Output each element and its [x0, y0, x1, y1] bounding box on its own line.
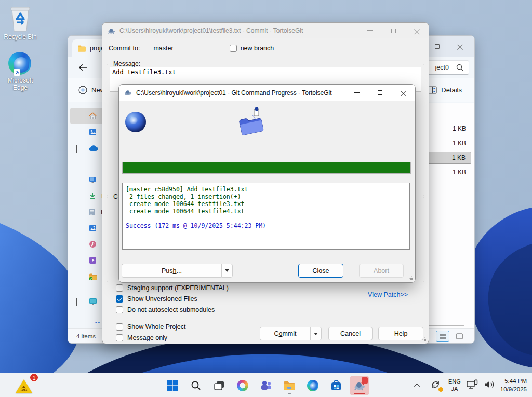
tortoisegit-taskbar-button[interactable] — [350, 376, 369, 395]
commit-dropdown-button[interactable] — [310, 327, 322, 340]
chevron-right-icon[interactable] — [76, 145, 77, 152]
progress-bar — [122, 162, 411, 174]
commit-dialog-titlebar[interactable]: C:\Users\hiroyuki\work\project01\testfil… — [102, 23, 429, 38]
language-secondary: JA — [448, 386, 461, 393]
tortoisegit-icon — [108, 28, 115, 34]
document-icon — [89, 208, 96, 216]
start-button[interactable] — [163, 376, 182, 395]
taskbar: 1 — [0, 373, 532, 397]
branch-name: master — [153, 45, 173, 52]
taskbar-clock[interactable]: 5:44 PM 10/9/2025 — [500, 377, 529, 393]
commit-resize-grip[interactable] — [420, 335, 425, 340]
file-explorer-button[interactable] — [280, 376, 299, 395]
console-line: create mode 100644 testfile3.txt — [126, 200, 406, 208]
teams-icon — [260, 380, 272, 391]
copilot-icon — [237, 380, 248, 391]
push-dropdown-button[interactable] — [221, 264, 233, 278]
this-pc-icon — [89, 298, 97, 305]
help-button[interactable]: Help — [378, 327, 423, 340]
volume-icon — [484, 380, 495, 389]
desktop-monitor-icon — [89, 176, 97, 184]
view-patch-link[interactable]: View Patch>> — [368, 291, 408, 298]
list-view-button[interactable] — [436, 331, 449, 342]
progress-dialog-titlebar[interactable]: C:\Users\hiroyuki\work\project01 - Git C… — [119, 85, 415, 101]
content-view-button[interactable] — [453, 331, 466, 342]
commit-button[interactable]: Commit — [260, 327, 310, 340]
close-button[interactable]: Close — [298, 264, 343, 278]
copilot-button[interactable] — [233, 376, 252, 395]
new-branch-label: new branch — [241, 45, 274, 52]
back-arrow-icon[interactable] — [78, 64, 88, 71]
teams-button[interactable] — [256, 376, 276, 395]
message-group-label: Message: — [111, 60, 142, 67]
volume-tray-button[interactable] — [484, 380, 495, 391]
network-icon — [466, 379, 478, 390]
task-view-button[interactable] — [209, 376, 229, 395]
search-text: ject0 — [435, 64, 449, 71]
show-whole-project-checkbox[interactable]: Show Whole Project — [116, 323, 186, 331]
recycle-bin-icon — [9, 5, 32, 32]
commit-close-button[interactable] — [405, 23, 429, 38]
no-autoselect-submodules-label: Do not autoselect submodules — [127, 306, 215, 313]
widgets-button[interactable]: 1 — [12, 374, 39, 395]
alert-glyph — [20, 385, 28, 391]
push-button[interactable]: Push... — [122, 264, 221, 278]
commit-dialog-title: C:\Users\hiroyuki\work\project01\testfil… — [119, 27, 303, 34]
store-button[interactable] — [326, 376, 346, 395]
content-view-icon — [456, 333, 463, 339]
active-app-indicator — [354, 393, 365, 394]
sidebar-scroll-indicator: •• — [95, 320, 101, 325]
language-indicator[interactable]: ENG JA — [448, 378, 461, 393]
new-branch-checkbox[interactable]: new branch — [230, 45, 274, 52]
desktop-icon-recycle-bin[interactable]: Recycle Bin — [2, 5, 38, 41]
versioned-folder-icon — [89, 273, 97, 280]
new-button[interactable]: New — [78, 86, 105, 94]
windows-logo-icon — [167, 380, 178, 391]
items-count: 4 items — [76, 333, 96, 339]
commit-maximize-button[interactable] — [382, 23, 405, 38]
store-icon — [330, 380, 342, 391]
progress-dialog-title: C:\Users\hiroyuki\work\project01 - Git C… — [136, 89, 332, 97]
details-button[interactable]: Details — [428, 86, 462, 94]
tray-chevron-button[interactable] — [411, 384, 424, 388]
commit-minimize-button[interactable] — [358, 23, 382, 38]
progress-maximize-button[interactable] — [368, 85, 392, 100]
explorer-close-button[interactable] — [448, 39, 471, 53]
progress-minimize-button[interactable] — [345, 85, 368, 100]
details-button-label: Details — [441, 86, 462, 94]
desktop-icon-edge[interactable]: Microsoft Edge — [2, 52, 38, 92]
update-dot — [438, 387, 443, 392]
progress-resize-grip[interactable] — [407, 274, 412, 279]
git-output-console[interactable]: [master c58d950] Add testfile3.txt 2 fil… — [122, 183, 410, 250]
notification-badge: 1 — [30, 373, 38, 382]
edge-button[interactable] — [303, 376, 323, 395]
folder-icon — [77, 45, 86, 52]
explorer-folder-icon — [283, 380, 296, 391]
progress-close-x-button[interactable] — [392, 85, 415, 100]
gallery-icon — [89, 128, 97, 136]
update-tray-button[interactable] — [430, 379, 443, 392]
show-unversioned-checkbox[interactable]: Show Unversioned Files — [116, 295, 197, 303]
cancel-button[interactable]: Cancel — [328, 327, 373, 340]
task-view-icon — [214, 380, 225, 391]
staging-support-label: Staging support (EXPERIMENTAL) — [127, 284, 229, 292]
staging-support-checkbox[interactable]: Staging support (EXPERIMENTAL) — [116, 284, 229, 292]
plus-circle-icon — [78, 86, 87, 94]
details-pane-icon — [428, 86, 437, 94]
videos-icon — [89, 256, 97, 264]
music-icon — [89, 240, 97, 248]
search-icon — [191, 380, 201, 391]
no-autoselect-submodules-checkbox[interactable]: Do not autoselect submodules — [116, 306, 215, 313]
running-indicator — [288, 393, 291, 394]
abort-button: Abort — [359, 264, 404, 278]
taskbar-search-button[interactable] — [186, 376, 206, 395]
edge-icon — [307, 380, 318, 391]
message-only-checkbox[interactable]: Message only — [116, 334, 167, 341]
search-icon — [456, 64, 463, 71]
tortoisegit-icon — [124, 89, 132, 96]
network-tray-button[interactable] — [466, 379, 478, 392]
download-icon — [89, 192, 96, 200]
tray-time: 5:44 PM — [500, 377, 527, 386]
console-line: [master c58d950] Add testfile3.txt — [126, 186, 406, 193]
chevron-down-icon[interactable] — [76, 298, 77, 305]
